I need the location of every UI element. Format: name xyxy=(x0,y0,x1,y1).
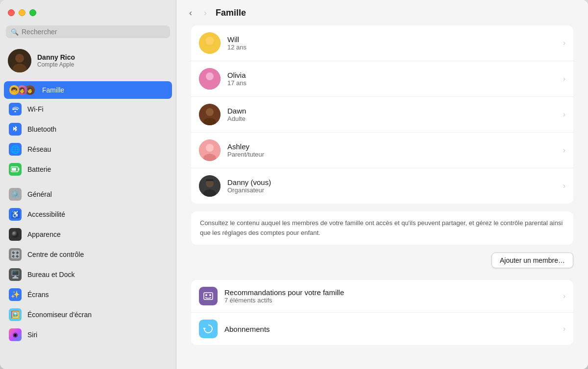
sidebar-item-accessibility[interactable]: ♿ Accessibilité xyxy=(4,205,172,224)
member-role-danny: Organisateur xyxy=(227,186,556,194)
bluetooth-icon xyxy=(9,123,22,136)
member-row-will[interactable]: Will 12 ans › xyxy=(191,25,573,61)
member-info-dawn: Dawn Adulte xyxy=(227,107,556,122)
feature-row-abo[interactable]: Abonnements › xyxy=(191,313,573,345)
sidebar-item-general[interactable]: ⚙️ Général xyxy=(4,184,172,204)
svg-point-1 xyxy=(15,54,24,63)
sidebar-item-econo[interactable]: 🖼️ Économiseur d'écran xyxy=(4,305,172,324)
ecrans-icon: ✨ xyxy=(9,288,22,301)
chevron-right-reco-icon: › xyxy=(563,292,565,300)
member-info-olivia: Olivia 17 ans xyxy=(227,71,556,87)
sidebar-item-batterie[interactable]: Batterie xyxy=(4,160,172,179)
sidebar: 🔍 Danny Rico Compte Apple 🧒 👩 xyxy=(0,0,176,369)
accessibility-icon: ♿ xyxy=(9,208,22,221)
member-avatar-will xyxy=(199,32,220,54)
sidebar-item-apparence[interactable]: Apparence xyxy=(4,225,172,244)
wifi-icon xyxy=(9,103,22,115)
member-role-dawn: Adulte xyxy=(227,115,556,122)
minimize-button[interactable] xyxy=(19,9,25,16)
sidebar-item-bureau-label: Bureau et Dock xyxy=(27,271,75,278)
sidebar-item-bluetooth[interactable]: Bluetooth xyxy=(4,119,172,139)
sidebar-item-wifi[interactable]: Wi-Fi xyxy=(4,99,172,119)
chevron-right-icon: › xyxy=(563,182,565,190)
svg-point-16 xyxy=(206,108,214,116)
member-avatar-danny xyxy=(199,175,220,197)
sidebar-item-econo-label: Économiseur d'écran xyxy=(27,311,92,319)
chevron-right-icon: › xyxy=(563,74,565,83)
sidebar-item-ecrans-label: Écrans xyxy=(27,291,49,299)
maximize-button[interactable] xyxy=(29,9,36,16)
member-row-ashley[interactable]: Ashley Parent/tuteur › xyxy=(191,133,573,168)
mini-avatar-1: 🧒 xyxy=(9,85,20,95)
member-row-danny[interactable]: Danny (vous) Organisateur › xyxy=(191,168,573,204)
member-name-olivia: Olivia xyxy=(227,71,556,79)
sidebar-item-wifi-label: Wi-Fi xyxy=(27,105,44,113)
control-icon: 🎛️ xyxy=(9,248,22,261)
member-role-ashley: Parent/tuteur xyxy=(227,151,556,158)
sidebar-item-famille[interactable]: 🧒 👩 👩 Famille xyxy=(4,81,172,99)
svg-point-19 xyxy=(206,144,214,152)
sidebar-item-general-label: Général xyxy=(27,190,52,198)
nav-back-button[interactable]: ‹ xyxy=(186,6,195,20)
close-button[interactable] xyxy=(8,9,15,16)
battery-icon xyxy=(9,163,22,176)
svg-rect-5 xyxy=(12,168,16,171)
svg-point-26 xyxy=(205,294,207,296)
member-info-danny: Danny (vous) Organisateur xyxy=(227,178,556,194)
sidebar-item-siri-label: Siri xyxy=(27,331,37,339)
sidebar-item-ecrans[interactable]: ✨ Écrans xyxy=(4,285,172,304)
feature-info-reco: Recommandations pour votre famille 7 élé… xyxy=(224,288,556,304)
svg-point-11 xyxy=(206,37,214,45)
search-bar: 🔍 xyxy=(6,25,170,38)
network-icon: 🌐 xyxy=(9,143,22,156)
chevron-right-icon: › xyxy=(563,39,565,47)
sidebar-item-control[interactable]: 🎛️ Centre de contrôle xyxy=(4,245,172,264)
user-info: Danny Rico Compte Apple xyxy=(37,53,75,68)
svg-point-7 xyxy=(12,231,19,238)
sidebar-item-apparence-label: Apparence xyxy=(27,231,61,238)
search-input[interactable] xyxy=(22,28,165,36)
avatar xyxy=(8,49,31,72)
page-title: Famille xyxy=(216,8,246,18)
sidebar-item-bluetooth-label: Bluetooth xyxy=(27,125,56,133)
member-name-will: Will xyxy=(227,35,556,44)
sidebar-titlebar xyxy=(0,0,176,25)
member-name-danny: Danny (vous) xyxy=(227,178,556,186)
member-row-olivia[interactable]: Olivia 17 ans › xyxy=(191,61,573,97)
member-info-ashley: Ashley Parent/tuteur xyxy=(227,142,556,158)
member-avatar-ashley xyxy=(199,139,220,161)
sidebar-nav: 🧒 👩 👩 Famille Wi-Fi xyxy=(0,81,176,369)
sidebar-item-batterie-label: Batterie xyxy=(27,165,51,173)
sidebar-item-siri[interactable]: ◉ Siri xyxy=(4,325,172,345)
main-content: ‹ › Famille Wi xyxy=(176,0,588,369)
sidebar-item-reseau[interactable]: 🌐 Réseau xyxy=(4,139,172,159)
apparence-icon xyxy=(9,228,22,241)
sidebar-item-famille-label: Famille xyxy=(42,86,64,94)
main-window: 🔍 Danny Rico Compte Apple 🧒 👩 xyxy=(0,0,588,369)
reco-icon xyxy=(199,287,218,305)
feature-row-reco[interactable]: Recommandations pour votre famille 7 élé… xyxy=(191,280,573,313)
member-row-dawn[interactable]: Dawn Adulte › xyxy=(191,97,573,133)
user-subtitle: Compte Apple xyxy=(37,61,75,68)
abo-icon xyxy=(199,320,218,338)
famille-avatar-group: 🧒 👩 👩 xyxy=(9,85,35,95)
chevron-right-icon: › xyxy=(563,146,565,155)
user-profile[interactable]: Danny Rico Compte Apple xyxy=(0,44,176,77)
search-icon: 🔍 xyxy=(11,28,19,36)
add-member-button[interactable]: Ajouter un membre… xyxy=(491,253,573,268)
content-area: Will 12 ans › Olivia xyxy=(176,25,588,369)
sidebar-item-bureau[interactable]: 🖥️ Bureau et Dock xyxy=(4,265,172,284)
svg-point-27 xyxy=(209,294,211,296)
chevron-right-abo-icon: › xyxy=(563,324,565,333)
siri-icon: ◉ xyxy=(9,328,22,341)
svg-rect-4 xyxy=(19,168,20,171)
sidebar-item-accessibility-label: Accessibilité xyxy=(27,210,65,218)
nav-forward-button[interactable]: › xyxy=(201,6,210,20)
add-member-row: Ajouter un membre… xyxy=(191,253,573,268)
feature-list: Recommandations pour votre famille 7 élé… xyxy=(191,280,573,345)
info-box: Consultez le contenu auquel les membres … xyxy=(191,211,573,245)
member-name-dawn: Dawn xyxy=(227,107,556,115)
user-name: Danny Rico xyxy=(37,53,75,61)
member-name-ashley: Ashley xyxy=(227,142,556,151)
feature-info-abo: Abonnements xyxy=(224,325,556,333)
